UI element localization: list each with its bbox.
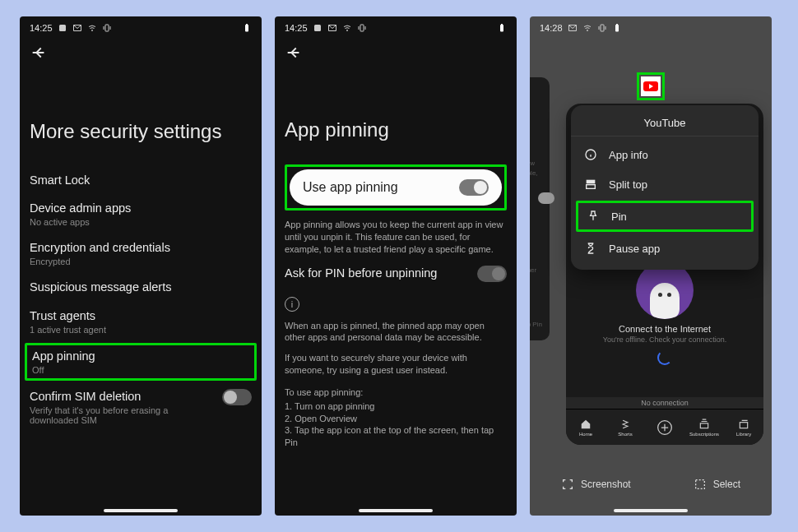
svg-rect-7 — [360, 25, 364, 31]
svg-rect-0 — [59, 25, 66, 31]
use-app-pinning-highlight: Use app pinning — [285, 164, 507, 210]
split-icon — [584, 178, 597, 191]
row-subtitle: 1 active trust agent — [30, 325, 252, 335]
row-subtitle: Verify that it's you before erasing a do… — [30, 405, 212, 425]
nav-label: Shorts — [618, 432, 632, 437]
behind-text: tap Pin — [530, 321, 554, 328]
hourglass-icon — [584, 242, 597, 255]
menu-title: YouTube — [571, 112, 759, 136]
row-title: Trust agents — [30, 308, 252, 323]
svg-rect-3 — [245, 25, 248, 32]
row-trust-agents[interactable]: Trust agents 1 active trust agent — [30, 302, 252, 341]
nav-subscriptions[interactable]: Subscriptions — [684, 419, 724, 437]
gmail-icon — [72, 23, 82, 33]
nav-label: Home — [579, 432, 592, 437]
loading-spinner-icon — [657, 350, 672, 365]
howto-step-1: 1. Turn on app pinning — [285, 400, 507, 413]
use-app-pinning-toggle[interactable] — [459, 179, 489, 196]
svg-rect-2 — [105, 25, 109, 31]
offline-subtitle: You're offline. Check your connection. — [566, 335, 763, 344]
howto-step-3: 3. Tap the app icon at the top of the sc… — [285, 424, 507, 449]
use-app-pinning-label: Use app pinning — [303, 180, 398, 195]
menu-pause-app[interactable]: Pause app — [571, 234, 759, 263]
row-encryption[interactable]: Encryption and credentials Encrypted — [30, 234, 252, 273]
nav-library[interactable]: Library — [724, 419, 763, 437]
svg-rect-9 — [501, 24, 503, 25]
offline-illustration — [636, 261, 694, 319]
nav-create[interactable] — [645, 419, 684, 436]
action-label: Screenshot — [581, 479, 631, 490]
menu-label: Split top — [609, 178, 647, 191]
menu-pin[interactable]: Pin — [576, 201, 754, 232]
row-title: App pinning — [32, 349, 249, 363]
overview-actions: Screenshot Select — [530, 478, 772, 491]
shorts-icon — [619, 419, 631, 430]
svg-rect-11 — [601, 25, 604, 31]
row-confirm-sim[interactable]: Confirm SIM deletion Verify that it's yo… — [30, 382, 252, 432]
sim-toggle[interactable] — [222, 389, 252, 405]
gmail-icon — [568, 23, 578, 33]
svg-point-1 — [91, 30, 92, 31]
row-device-admin[interactable]: Device admin apps No active apps — [30, 194, 252, 234]
howto-step-2: 2. Open Overview — [285, 413, 507, 425]
back-arrow-icon[interactable] — [285, 44, 303, 62]
row-title: Confirm SIM deletion — [30, 389, 212, 404]
row-title: Suspicious message alerts — [30, 280, 252, 294]
screen-security-settings: 14:25 More security settings Smart Lock … — [20, 16, 262, 516]
nav-home[interactable]: Home — [566, 419, 605, 437]
youtube-app-icon[interactable] — [641, 76, 661, 96]
svg-rect-16 — [740, 422, 747, 428]
page-title: App pinning — [285, 118, 507, 141]
behind-text: mple, — [530, 169, 554, 177]
menu-app-info[interactable]: App info — [571, 140, 759, 169]
gesture-nav-bar[interactable] — [359, 509, 433, 512]
ask-pin-toggle[interactable] — [477, 266, 507, 282]
select-button[interactable]: Select — [694, 478, 740, 491]
svg-rect-8 — [500, 25, 503, 32]
privacy-dot-icon — [313, 23, 322, 33]
screen-overview: 14:28 view mple, other tap Pin — [530, 16, 772, 516]
plus-circle-icon — [656, 419, 673, 436]
svg-point-10 — [587, 30, 587, 31]
vibrate-icon — [597, 23, 607, 33]
svg-rect-5 — [314, 25, 321, 31]
description-1: App pinning allows you to keep the curre… — [285, 219, 507, 256]
svg-rect-20 — [695, 480, 704, 489]
action-label: Select — [713, 479, 740, 490]
svg-rect-12 — [615, 25, 619, 32]
row-subtitle: No active apps — [30, 217, 252, 227]
gesture-nav-bar[interactable] — [104, 509, 178, 512]
wifi-icon — [582, 23, 592, 33]
youtube-bottom-nav: Home Shorts Subscriptions Library — [566, 409, 763, 445]
row-subtitle: Encrypted — [30, 257, 252, 266]
vibrate-icon — [102, 23, 112, 33]
use-app-pinning-card[interactable]: Use app pinning — [290, 169, 502, 206]
svg-rect-18 — [587, 180, 596, 184]
select-icon — [694, 478, 707, 491]
row-title: Device admin apps — [30, 201, 252, 215]
offline-title: Connect to the Internet — [566, 324, 763, 334]
svg-rect-15 — [700, 423, 708, 428]
peek-toggle-icon — [538, 192, 554, 204]
screenshot-button[interactable]: Screenshot — [561, 478, 631, 491]
description-2: When an app is pinned, the pinned app ma… — [285, 320, 507, 345]
overview-card-previous[interactable]: view mple, other tap Pin — [530, 77, 550, 340]
app-context-menu: YouTube App info Split top Pin Pause app — [571, 105, 759, 270]
row-smart-lock[interactable]: Smart Lock — [30, 166, 252, 194]
row-ask-pin[interactable]: Ask for PIN before unpinning — [285, 256, 507, 285]
status-bar: 14:28 — [530, 16, 772, 36]
row-app-pinning[interactable]: App pinning Off — [25, 343, 257, 381]
menu-split-top[interactable]: Split top — [571, 169, 759, 199]
info-icon — [584, 148, 597, 161]
wifi-icon — [342, 23, 352, 33]
nav-shorts[interactable]: Shorts — [605, 419, 645, 437]
svg-point-6 — [346, 30, 347, 31]
row-title: Encryption and credentials — [30, 240, 252, 255]
battery-icon — [612, 23, 622, 33]
back-arrow-icon[interactable] — [30, 44, 48, 62]
pin-icon — [587, 210, 600, 223]
behind-text: view — [530, 160, 554, 167]
row-suspicious-msg[interactable]: Suspicious message alerts — [30, 273, 252, 301]
ask-pin-label: Ask for PIN before unpinning — [285, 266, 437, 280]
gesture-nav-bar[interactable] — [614, 509, 688, 512]
